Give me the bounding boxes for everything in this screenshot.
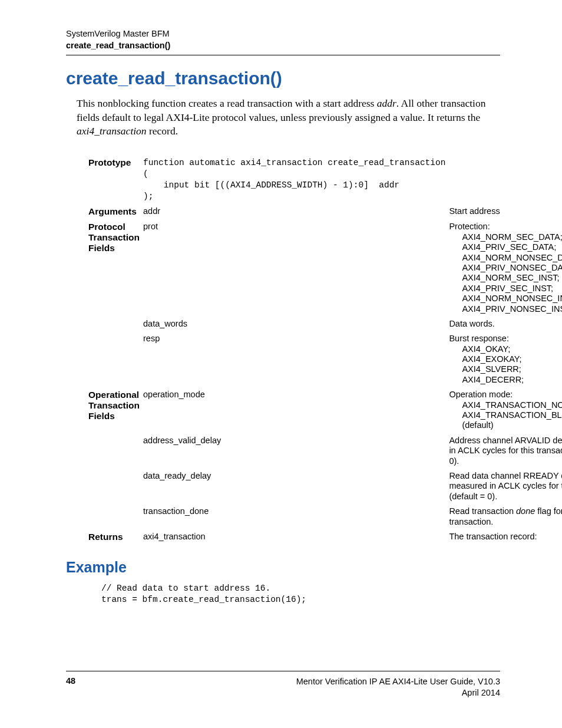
desc-value: AXI4_TRANSACTION_NON_BLOCKING; [449, 400, 562, 410]
field-desc: Operation mode: AXI4_TRANSACTION_NON_BLO… [449, 387, 562, 433]
code-line: ( [143, 169, 148, 179]
protocol-row-dw: data_words Data words. [88, 317, 562, 331]
desc-value: AXI4_NORM_SEC_INST; [449, 273, 562, 283]
desc-title: Burst response: [449, 334, 562, 344]
desc-text: Read transaction [449, 506, 516, 516]
desc-value: AXI4_NORM_SEC_DATA; (default) [449, 232, 562, 242]
field-desc: Protection: AXI4_NORM_SEC_DATA; (default… [449, 219, 562, 317]
footer-date: April 2014 [462, 688, 500, 697]
desc-value: AXI4_PRIV_NONSEC_DATA; [449, 263, 562, 273]
page-header: SystemVerilog Master BFM create_read_tra… [66, 28, 500, 51]
page-number: 48 [66, 676, 75, 699]
footer-title: Mentor Verification IP AE AXI4-Lite User… [296, 677, 500, 686]
protocol-label: Protocol Transaction Fields [88, 219, 143, 317]
field-name: transaction_done [143, 504, 449, 529]
arguments-row: Arguments addr Start address [88, 204, 562, 219]
desc-value: AXI4_NORM_NONSEC_DATA; [449, 253, 562, 263]
header-rule [66, 55, 500, 55]
arg-desc: Start address [449, 204, 562, 219]
protocol-row-resp: resp Burst response: AXI4_OKAY; AXI4_EXO… [88, 331, 562, 387]
field-name: resp [143, 331, 449, 387]
page-footer: 48 Mentor Verification IP AE AXI4-Lite U… [66, 671, 500, 699]
operational-row-drd: data_ready_delay Read data channel RREAD… [88, 469, 562, 504]
desc-value: AXI4_OKAY; [449, 344, 562, 354]
desc-value: AXI4_TRANSACTION_BLOCKING; (default) [449, 410, 562, 431]
field-name: data_words [143, 317, 449, 331]
intro-text: This nonblocking function creates a read… [77, 97, 377, 109]
operational-row-om: Operational Transaction Fields operation… [88, 387, 562, 433]
footer-rule [66, 671, 500, 671]
desc-value: AXI4_PRIV_SEC_INST; [449, 284, 562, 294]
intro-addr-italic: addr [377, 97, 396, 109]
protocol-row-prot: Protocol Transaction Fields prot Protect… [88, 219, 562, 317]
arguments-label: Arguments [88, 204, 143, 219]
intro-text: record. [147, 125, 178, 137]
prototype-label: Prototype [88, 155, 143, 204]
field-desc: Read transaction done flag for this tran… [449, 504, 562, 529]
desc-value: AXI4_EXOKAY; [449, 354, 562, 364]
field-desc: Data words. [449, 317, 562, 331]
operational-label: Operational Transaction Fields [88, 387, 143, 433]
desc-title: Protection: [449, 222, 562, 232]
return-desc: The transaction record: [449, 529, 562, 545]
code-line: input bit [((AXI4_ADDRESS_WIDTH) - 1):0]… [143, 180, 399, 190]
prototype-row: Prototype function automatic axi4_transa… [88, 155, 562, 204]
field-name: data_ready_delay [143, 469, 449, 504]
prototype-code: function automatic axi4_transaction crea… [143, 157, 445, 202]
field-desc: Address channel ARVALID delay measured i… [449, 433, 562, 469]
header-section: SystemVerilog Master BFM [66, 28, 500, 40]
desc-title: Operation mode: [449, 390, 562, 400]
intro-record-italic: axi4_transaction [77, 125, 147, 137]
field-desc: Burst response: AXI4_OKAY; AXI4_EXOKAY; … [449, 331, 562, 387]
returns-row: Returns axi4_transaction The transaction… [88, 529, 562, 545]
return-name: axi4_transaction [143, 529, 449, 545]
desc-value: AXI4_SLVERR; [449, 364, 562, 374]
field-name: prot [143, 219, 449, 317]
desc-value: AXI4_PRIV_NONSEC_INST; [449, 304, 562, 314]
field-name: operation_mode [143, 387, 449, 433]
field-name: address_valid_delay [143, 433, 449, 469]
example-heading: Example [66, 559, 500, 576]
desc-value: AXI4_DECERR; [449, 375, 562, 385]
code-line: ); [143, 192, 153, 201]
definition-table: Prototype function automatic axi4_transa… [88, 155, 562, 545]
example-code: // Read data to start address 16. trans … [101, 583, 500, 605]
operational-row-td: transaction_done Read transaction done f… [88, 504, 562, 529]
desc-italic: done [516, 506, 535, 516]
intro-paragraph: This nonblocking function creates a read… [77, 97, 500, 139]
returns-label: Returns [88, 529, 143, 545]
desc-value: AXI4_NORM_NONSEC_INST; [449, 294, 562, 304]
header-function: create_read_transaction() [66, 40, 500, 52]
operational-row-avd: address_valid_delay Address channel ARVA… [88, 433, 562, 469]
field-desc: Read data channel RREADY delay array mea… [449, 469, 562, 504]
desc-value: AXI4_PRIV_SEC_DATA; [449, 242, 562, 252]
arg-name: addr [143, 204, 449, 219]
footer-right: Mentor Verification IP AE AXI4-Lite User… [296, 676, 500, 699]
code-line: function automatic axi4_transaction crea… [143, 158, 445, 167]
page-title: create_read_transaction() [66, 68, 500, 88]
